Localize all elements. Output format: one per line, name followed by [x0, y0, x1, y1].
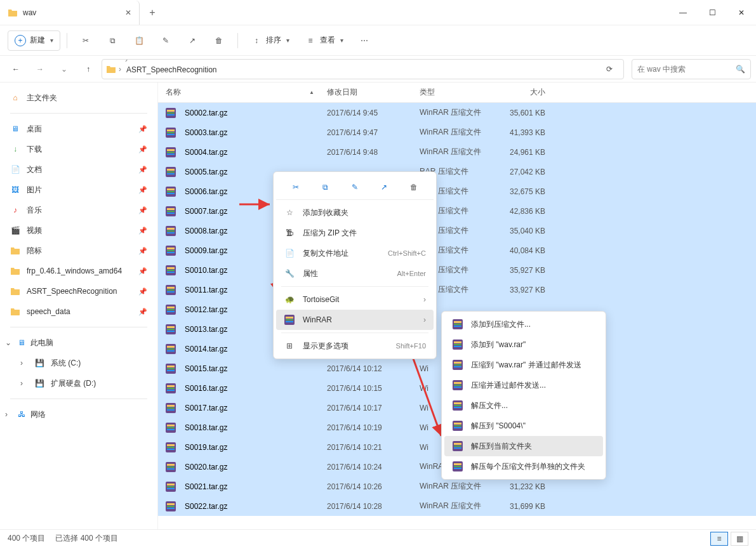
minimize-button[interactable]: — [668, 0, 698, 25]
up-button[interactable]: ↑ [77, 58, 99, 80]
ctx-share-icon[interactable]: ↗ [374, 177, 394, 197]
column-headers[interactable]: 名称▲ 修改日期 类型 大小 [158, 82, 756, 103]
ctx-add-favorites[interactable]: ☆添加到收藏夹 [276, 202, 434, 223]
titlebar: wav ✕ + — ☐ ✕ [0, 0, 756, 25]
new-tab-button[interactable]: + [140, 7, 165, 18]
sidebar-item[interactable]: 📄文档📌 [3, 159, 155, 180]
pin-icon: 📌 [138, 247, 147, 255]
search-icon: 🔍 [736, 65, 745, 74]
table-row[interactable]: S0008.tar.gzRAR 压缩文件35,040 KB [158, 221, 756, 241]
close-button[interactable]: ✕ [727, 0, 756, 25]
sidebar-item[interactable]: 陪标📌 [3, 241, 155, 261]
view-details-button[interactable]: ≡ [710, 532, 728, 546]
new-button[interactable]: + 新建 ▾ [8, 30, 60, 51]
sidebar-drive[interactable]: ›💾系统 (C:) [3, 353, 155, 373]
ctx-show-more[interactable]: ⊞显示更多选项Shift+F10 [276, 336, 434, 356]
rar-icon [452, 400, 463, 411]
table-row[interactable]: S0002.tar.gz2017/6/14 9:45WinRAR 压缩文件35,… [158, 103, 756, 122]
rename-icon: ✎ [160, 35, 171, 46]
ctx-copy-icon[interactable]: ⧉ [315, 177, 336, 197]
table-row[interactable]: S0004.tar.gz2017/6/14 9:48WinRAR 压缩文件24,… [158, 142, 756, 162]
folder-icon [8, 8, 18, 18]
pin-icon: 📌 [138, 267, 147, 275]
winrar-submenu-item[interactable]: 压缩到 "wav.rar" 并通过邮件发送 [444, 355, 603, 375]
search-box[interactable]: 🔍 [632, 59, 751, 79]
sidebar-item[interactable]: 🖥桌面📌 [3, 119, 155, 139]
winrar-submenu-item[interactable]: 添加到压缩文件... [444, 314, 603, 334]
sidebar-network[interactable]: › 🖧 网络 [3, 404, 155, 425]
winrar-submenu-item[interactable]: 压缩并通过邮件发送... [444, 375, 603, 395]
ctx-winrar[interactable]: WinRAR› [276, 310, 434, 330]
winrar-submenu-item[interactable]: 解压每个压缩文件到单独的文件夹 [444, 456, 603, 477]
share-button[interactable]: ↗ [180, 30, 204, 51]
sidebar-home[interactable]: ⌂ 主文件夹 [3, 88, 155, 108]
table-row[interactable]: S0009.tar.gzRAR 压缩文件40,084 KB [158, 241, 756, 260]
table-row[interactable]: S0011.tar.gzRAR 压缩文件33,927 KB [158, 280, 756, 300]
sort-button[interactable]: ↕排序▾ [244, 30, 296, 51]
pc-icon: 🖥 [17, 338, 27, 348]
view-icons-button[interactable]: ▦ [731, 532, 748, 546]
recent-dropdown[interactable]: ⌄ [53, 58, 75, 80]
sidebar-item[interactable]: 🎬视频📌 [3, 220, 155, 241]
table-row[interactable]: S0007.tar.gzRAR 压缩文件42,836 KB [158, 201, 756, 221]
rar-icon [166, 364, 176, 374]
rar-icon [166, 442, 176, 452]
close-tab-icon[interactable]: ✕ [125, 8, 131, 17]
table-row[interactable]: S0006.tar.gzRAR 压缩文件32,675 KB [158, 181, 756, 201]
search-input[interactable] [637, 65, 736, 74]
winrar-submenu-item[interactable]: 解压到 "S0004\" [444, 416, 603, 436]
table-row[interactable]: S0022.tar.gz2017/6/14 10:28WinRAR 压缩文件31… [158, 496, 756, 516]
folder-icon [10, 266, 20, 276]
sidebar-item[interactable]: frp_0.46.1_windows_amd64📌 [3, 261, 155, 281]
folder-icon [10, 246, 20, 256]
tab-wav[interactable]: wav ✕ [0, 1, 140, 25]
ctx-delete-icon[interactable]: 🗑 [404, 177, 424, 197]
sidebar-item[interactable]: ♪音乐📌 [3, 200, 155, 220]
table-row[interactable]: S0005.tar.gzRAR 压缩文件27,042 KB [158, 162, 756, 181]
sidebar-item[interactable]: speech_data📌 [3, 301, 155, 322]
back-button[interactable]: ← [5, 58, 27, 80]
winrar-submenu-item[interactable]: 解压到当前文件夹 [444, 436, 603, 456]
music-icon: ♪ [10, 205, 20, 215]
maximize-button[interactable]: ☐ [698, 0, 727, 25]
context-menu-winrar: 添加到压缩文件...添加到 "wav.rar"压缩到 "wav.rar" 并通过… [441, 311, 606, 480]
rar-icon [166, 462, 176, 472]
rar-icon [166, 147, 176, 157]
breadcrumb[interactable]: › 文档›ftp›qianyuhui›src›ASRT_SpeechRecogn… [102, 59, 624, 79]
copy-button[interactable]: ⧉ [100, 30, 124, 51]
sidebar-item[interactable]: 🖼图片📌 [3, 180, 155, 200]
sidebar-drive[interactable]: ›💾扩展硬盘 (D:) [3, 373, 155, 393]
ctx-rename-icon[interactable]: ✎ [345, 177, 365, 197]
more-button[interactable]: ⋯ [352, 30, 376, 51]
rar-icon [166, 501, 176, 511]
sidebar-this-pc[interactable]: ⌄ 🖥 此电脑 [3, 333, 155, 353]
table-row[interactable]: S0010.tar.gzRAR 压缩文件35,927 KB [158, 260, 756, 280]
breadcrumb-segment[interactable]: ASRT_SpeechRecognition [124, 64, 220, 76]
ctx-copy-path[interactable]: 📄复制文件地址Ctrl+Shift+C [276, 243, 434, 263]
rename-button[interactable]: ✎ [154, 30, 178, 51]
sidebar-item[interactable]: ↓下载📌 [3, 139, 155, 159]
delete-button[interactable]: 🗑 [207, 30, 231, 51]
folder-icon [10, 286, 20, 296]
view-button[interactable]: ≡查看▾ [298, 30, 350, 51]
rar-icon [452, 441, 463, 451]
scissors-icon: ✂ [80, 35, 91, 46]
cut-button[interactable]: ✂ [74, 30, 98, 51]
rar-icon [166, 206, 176, 216]
dots-icon: ⋯ [359, 35, 370, 46]
rar-icon [166, 108, 176, 118]
winrar-submenu-item[interactable]: 解压文件... [444, 395, 603, 416]
ctx-properties[interactable]: 🔧属性Alt+Enter [276, 263, 434, 284]
ctx-cut-icon[interactable]: ✂ [286, 177, 306, 197]
winrar-submenu-item[interactable]: 添加到 "wav.rar" [444, 334, 603, 355]
table-row[interactable]: S0003.tar.gz2017/6/14 9:47WinRAR 压缩文件41,… [158, 122, 756, 142]
ctx-tortoisegit[interactable]: 🐢TortoiseGit› [276, 289, 434, 310]
refresh-button[interactable]: ⟳ [599, 59, 620, 79]
forward-button[interactable]: → [29, 58, 51, 80]
paste-button[interactable]: 📋 [127, 30, 151, 51]
drive-icon: 💾 [34, 378, 44, 388]
sidebar-item[interactable]: ASRT_SpeechRecognition📌 [3, 281, 155, 301]
rar-icon [166, 324, 176, 334]
ctx-compress-zip[interactable]: 🗜压缩为 ZIP 文件 [276, 223, 434, 243]
network-icon: 🖧 [17, 409, 27, 419]
